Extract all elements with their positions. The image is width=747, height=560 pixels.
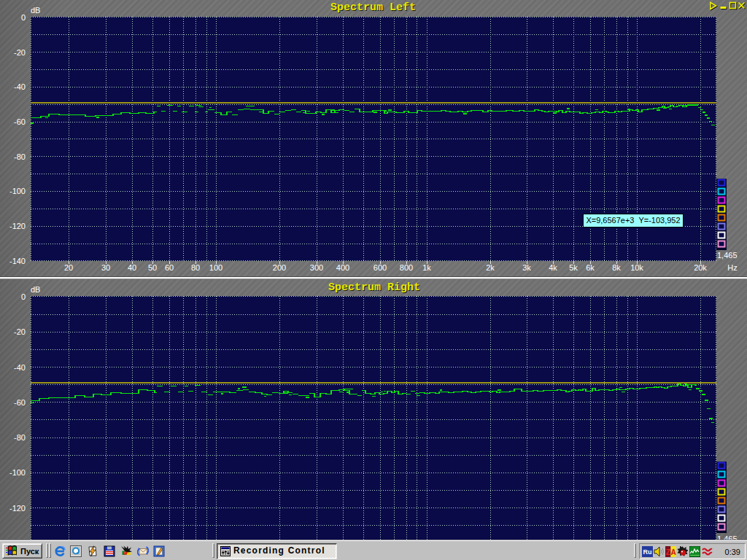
svg-text:A: A	[671, 548, 676, 556]
svg-text:Z: Z	[666, 548, 670, 556]
svg-text:Ru: Ru	[643, 548, 652, 556]
